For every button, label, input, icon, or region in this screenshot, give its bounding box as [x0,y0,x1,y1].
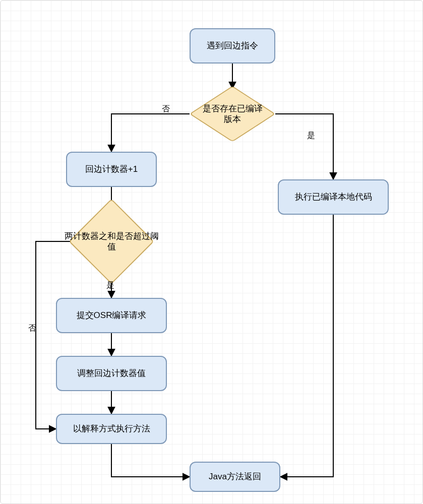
node-exec-native-label: 执行已编译本地代码 [295,192,372,202]
edge-label-threshold-yes: 是 [106,280,114,291]
node-interpret: 以解释方式执行方法 [56,414,167,444]
node-submit-osr-label: 提交OSR编译请求 [77,310,147,321]
edge-deccompiled-execnative [275,114,333,179]
node-dec-threshold-label: 两计数器之和是否超过阈值 [60,211,163,272]
node-return: Java方法返回 [190,462,280,492]
edge-label-threshold-no: 否 [28,323,36,334]
node-submit-osr: 提交OSR编译请求 [56,298,167,333]
node-interpret-label: 以解释方式执行方法 [73,423,150,434]
node-return-label: Java方法返回 [209,471,261,482]
edge-label-compiled-no: 否 [162,104,170,114]
node-inc-counter: 回边计数器+1 [66,152,157,187]
node-dec-threshold: 两计数器之和是否超过阈值 [81,211,142,272]
node-exec-native: 执行已编译本地代码 [278,179,389,215]
flowchart-canvas: 遇到回边指令 是否存在已编译版本 回边计数器+1 执行已编译本地代码 两计数器之… [0,0,423,504]
node-adjust-label: 调整回边计数器值 [77,368,146,379]
node-inc-counter-label: 回边计数器+1 [85,164,138,174]
node-start-label: 遇到回边指令 [207,40,258,51]
node-dec-compiled: 是否存在已编译版本 [207,89,258,139]
edge-deccompiled-inccounter [111,114,190,152]
node-adjust: 调整回边计数器值 [56,356,167,391]
edge-label-compiled-yes: 是 [307,131,315,141]
edge-interpret-return [111,444,190,477]
node-start: 遇到回边指令 [190,28,275,64]
edge-execnative-return [280,215,333,477]
node-dec-compiled-label: 是否存在已编译版本 [197,89,268,139]
